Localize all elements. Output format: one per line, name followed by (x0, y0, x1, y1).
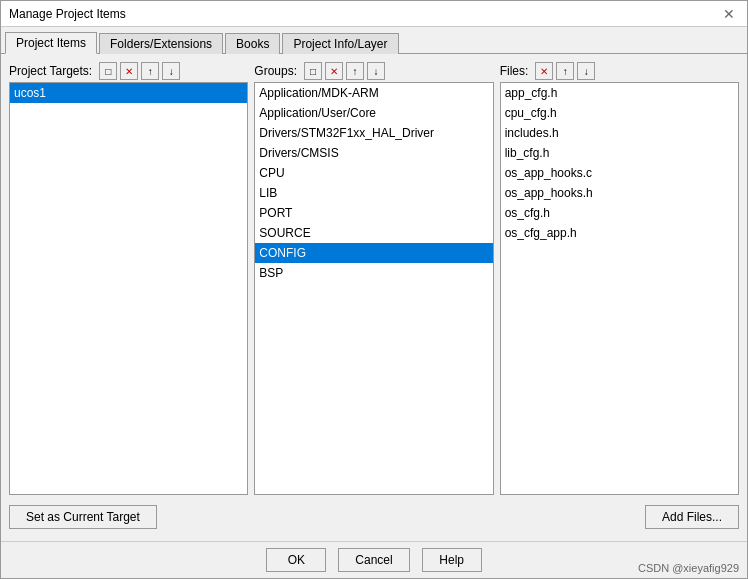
groups-list[interactable]: Application/MDK-ARMApplication/User/Core… (254, 82, 493, 495)
list-item[interactable]: PORT (255, 203, 492, 223)
files-up-button[interactable] (556, 62, 574, 80)
groups-delete-button[interactable] (325, 62, 343, 80)
targets-header: Project Targets: (9, 62, 248, 80)
list-item[interactable]: Application/User/Core (255, 103, 492, 123)
up-icon (148, 66, 153, 77)
groups-header: Groups: (254, 62, 493, 80)
files-list[interactable]: app_cfg.hcpu_cfg.hincludes.hlib_cfg.hos_… (500, 82, 739, 495)
main-content: Project Targets: ucos1 Groups: Applic (1, 54, 747, 541)
watermark: CSDN @xieyafig929 (638, 562, 739, 574)
list-item[interactable]: Drivers/CMSIS (255, 143, 492, 163)
targets-up-button[interactable] (141, 62, 159, 80)
down-icon (374, 66, 379, 77)
targets-label: Project Targets: (9, 64, 92, 78)
files-header: Files: (500, 62, 739, 80)
panels-row: Project Targets: ucos1 Groups: Applic (9, 62, 739, 495)
dialog-buttons: OK Cancel Help CSDN @xieyafig929 (1, 541, 747, 578)
list-item[interactable]: os_app_hooks.h (501, 183, 738, 203)
list-item[interactable]: Drivers/STM32F1xx_HAL_Driver (255, 123, 492, 143)
down-icon (584, 66, 589, 77)
groups-up-button[interactable] (346, 62, 364, 80)
tab-books[interactable]: Books (225, 33, 280, 54)
cancel-button[interactable]: Cancel (338, 548, 409, 572)
files-label: Files: (500, 64, 529, 78)
list-item[interactable]: cpu_cfg.h (501, 103, 738, 123)
targets-panel: Project Targets: ucos1 (9, 62, 248, 495)
list-item[interactable]: includes.h (501, 123, 738, 143)
list-item[interactable]: os_app_hooks.c (501, 163, 738, 183)
list-item[interactable]: BSP (255, 263, 492, 283)
files-down-button[interactable] (577, 62, 595, 80)
list-item[interactable]: os_cfg.h (501, 203, 738, 223)
tab-project-items[interactable]: Project Items (5, 32, 97, 54)
list-item[interactable]: app_cfg.h (501, 83, 738, 103)
help-button[interactable]: Help (422, 548, 482, 572)
add-files-button[interactable]: Add Files... (645, 505, 739, 529)
tab-project-info-layer[interactable]: Project Info/Layer (282, 33, 398, 54)
up-icon (563, 66, 568, 77)
main-window: Manage Project Items ✕ Project Items Fol… (0, 0, 748, 579)
up-icon (353, 66, 358, 77)
new-icon (310, 66, 316, 77)
groups-new-button[interactable] (304, 62, 322, 80)
targets-list[interactable]: ucos1 (9, 82, 248, 495)
list-item[interactable]: LIB (255, 183, 492, 203)
groups-label: Groups: (254, 64, 297, 78)
list-item[interactable]: CONFIG (255, 243, 492, 263)
delete-icon (540, 66, 548, 77)
set-current-target-button[interactable]: Set as Current Target (9, 505, 157, 529)
list-item[interactable]: os_cfg_app.h (501, 223, 738, 243)
list-item[interactable]: SOURCE (255, 223, 492, 243)
tab-folders-extensions[interactable]: Folders/Extensions (99, 33, 223, 54)
list-item[interactable]: ucos1 (10, 83, 247, 103)
list-item[interactable]: Application/MDK-ARM (255, 83, 492, 103)
targets-delete-button[interactable] (120, 62, 138, 80)
list-item[interactable]: lib_cfg.h (501, 143, 738, 163)
ok-button[interactable]: OK (266, 548, 326, 572)
files-delete-button[interactable] (535, 62, 553, 80)
targets-new-button[interactable] (99, 62, 117, 80)
title-bar: Manage Project Items ✕ (1, 1, 747, 27)
window-title: Manage Project Items (9, 7, 126, 21)
new-icon (105, 66, 111, 77)
delete-icon (125, 66, 133, 77)
bottom-buttons: Set as Current Target Add Files... (9, 501, 739, 533)
groups-down-button[interactable] (367, 62, 385, 80)
targets-down-button[interactable] (162, 62, 180, 80)
groups-panel: Groups: Application/MDK-ARMApplication/U… (254, 62, 493, 495)
list-item[interactable]: CPU (255, 163, 492, 183)
tabs-bar: Project Items Folders/Extensions Books P… (1, 27, 747, 54)
close-button[interactable]: ✕ (719, 6, 739, 22)
down-icon (169, 66, 174, 77)
delete-icon (330, 66, 338, 77)
files-panel: Files: app_cfg.hcpu_cfg.hincludes.hlib_c… (500, 62, 739, 495)
